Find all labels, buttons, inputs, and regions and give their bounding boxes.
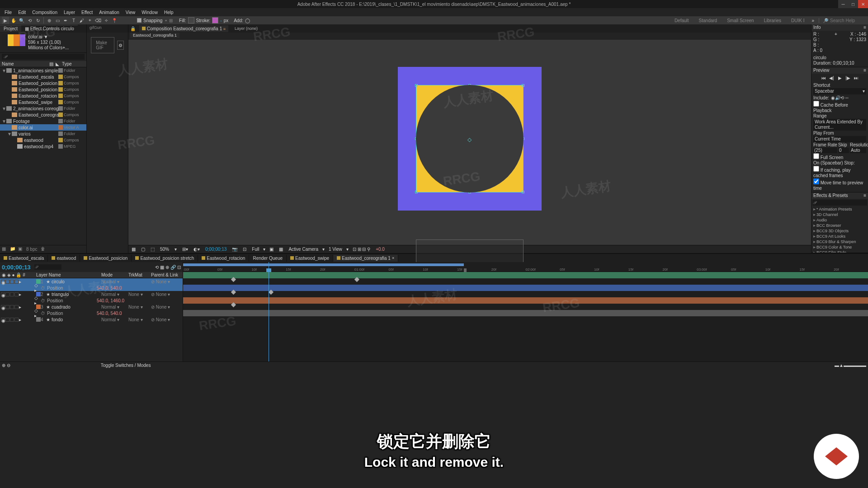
project-item[interactable]: ▼FootageFolder [0,118,86,124]
rect-tool-icon[interactable]: ▭ [54,17,61,24]
pen-tool-icon[interactable]: ✒ [62,17,69,24]
gifgun-settings-icon[interactable]: ⚙ [117,41,123,50]
effects-search-input[interactable] [812,200,867,206]
handle-tr[interactable] [522,84,524,87]
last-frame-icon[interactable]: ⏭ [853,75,860,81]
view-dropdown[interactable]: 1 View [327,247,344,252]
layer-property[interactable]: ◇ ▸⏱Position540.0, 540.0 [0,285,183,291]
zoom-tool-icon[interactable]: 🔍 [18,17,25,24]
effect-category[interactable]: ▸BCC Browser [811,223,868,228]
handle-br[interactable] [522,191,524,193]
handle-bl[interactable] [415,191,418,193]
timeline-layer[interactable]: ◉ ▸ 4★fondoNormal ▾None ▾⊘ None ▾ [0,316,183,323]
viewer-breadcrumb[interactable]: Eastwood_coreografia 1 [130,33,179,38]
skip-dropdown[interactable]: 0 [838,148,849,153]
text-tool-icon[interactable]: T [70,17,77,24]
prev-frame-icon[interactable]: ◀| [828,75,835,81]
timeline-tab[interactable]: Eastwood_posicion [80,255,132,262]
include-icons[interactable]: ◉🔊⟲ ▫▫ [831,95,849,101]
layer-bar-3[interactable] [183,297,868,304]
trash-icon[interactable]: 🗑 [41,246,47,253]
project-item[interactable]: color.aiVector A [0,124,86,131]
timeline-layer[interactable]: ◉ ▸ 3★cuadradoNormal ▾None ▾⊘ None ▾ [0,304,183,310]
menu-help[interactable]: Help [161,9,176,16]
minimize-button[interactable]: ─ [838,0,848,8]
new-comp-icon[interactable]: ▣ [18,246,24,253]
effect-category[interactable]: ▸BCC9 Color & Tone [811,244,868,250]
tl-icon-2[interactable]: ▦ [160,265,164,270]
tl-foot-icon[interactable]: ⊕ ⊖ [2,363,10,368]
pixel-icon[interactable]: ⊡ ⊞ ⊟ ⚲ [351,247,372,252]
timeline-search-input[interactable] [34,264,61,270]
workspace-small[interactable]: Small Screen [724,18,756,23]
effect-category[interactable]: ▸3D Channel [811,212,868,217]
channel-icon[interactable]: ◐▾ [192,247,201,252]
project-item[interactable]: ▼1_animaciones simplesFolder [0,67,86,74]
timeline-tab[interactable]: Render Queue [249,255,287,262]
project-item[interactable]: Eastwood_escalaCompos [0,74,86,80]
make-gif-button[interactable]: Make GIF [91,37,114,53]
interpret-icon[interactable]: ▦ [2,246,8,253]
effect-category[interactable]: ▸BCC9 Art Looks [811,234,868,239]
handle-tl[interactable] [415,84,418,87]
tl-icon-3[interactable]: ⊕ [165,265,169,270]
col-name[interactable]: Name [2,61,49,66]
current-time-indicator[interactable] [269,262,269,361]
timeline-tab[interactable]: Eastwood_rotacion [198,255,249,262]
time-ruler[interactable]: :00f05f10f15f20f01:00f05f10f15f20f02:00f… [183,262,868,272]
mag-icon[interactable]: ▦ [130,247,137,252]
zoom-slider[interactable]: ▬▲▬▬▬▬▬ [835,363,866,368]
playfrom-dropdown[interactable]: Current Time [813,136,866,142]
menu-effect[interactable]: Effect [79,9,95,16]
project-item[interactable]: ▼2_animaciones coreograficasFolder [0,105,86,112]
timeline-tab[interactable]: Eastwood_posicion stretch [132,255,198,262]
timeline-layer[interactable]: ◉ ▸ 1★circuloNormal ▾⊘ None ▾ [0,278,183,285]
res-dropdown[interactable]: Full [250,247,260,252]
col-label-icon[interactable]: ▤ [49,61,56,66]
snapping-checkbox[interactable] [137,18,142,23]
timeline-tracks[interactable]: :00f05f10f15f20f01:00f05f10f15f20f02:00f… [183,262,868,361]
project-item[interactable]: Eastwood_posicion stretchCompos [0,86,86,93]
tl-icon-1[interactable]: ⟲ [155,265,159,270]
puppet-tool-icon[interactable]: 📍 [111,17,118,24]
timeline-layer[interactable]: ◉ ▸ 2★trianguloNormal ▾None ▾⊘ None ▾ [0,291,183,297]
effect-category[interactable]: ▸BCC9 Blur & Sharpen [811,239,868,244]
fill-swatch[interactable] [188,17,194,23]
range-dropdown[interactable]: Work Area Extended By Current... [813,119,866,131]
tl-icon-4[interactable]: 🔗 [170,265,176,270]
layername-col[interactable]: Layer Name [36,272,101,277]
viewer-tab-layer[interactable]: Layer (none) [232,25,260,32]
workspace-more-icon[interactable]: » [811,18,814,23]
grid-icon[interactable]: ⊞▾ [181,247,189,252]
timeline-timecode[interactable]: 0;00;00;13 [2,264,31,271]
bpc-label[interactable]: 8 bpc [26,247,37,252]
effect-category[interactable]: ▸BCC9 3D Objects [811,228,868,234]
layer-bar-4[interactable] [183,310,868,316]
first-frame-icon[interactable]: ⏮ [820,75,827,81]
viewer-timecode[interactable]: 0;00;00;13 [204,247,228,252]
project-item[interactable]: eastwoodCompos [0,137,86,143]
layer-bar-2[interactable] [183,285,868,291]
eraser-tool-icon[interactable]: ⌫ [94,17,102,24]
ifcache-checkbox[interactable] [813,166,819,172]
mask-icon[interactable]: ⬚ [149,247,156,252]
toggle-switches[interactable]: Toggle Switches / Modes [101,363,151,368]
roto-tool-icon[interactable]: ✧ [103,17,110,24]
snap-opt-icon[interactable]: ⚬ ⊞ [164,18,173,23]
framerate-dropdown[interactable]: (25) [813,148,837,153]
new-folder-icon[interactable]: 📁 [10,246,16,253]
layer-property[interactable]: ◇ ▸⏱Position540.0, 1460.0 [0,297,183,304]
project-tab[interactable]: Project [0,25,21,32]
timeline-tab[interactable]: Eastwood_swipe [287,255,333,262]
roi-icon[interactable]: ▣ [268,247,275,252]
effect-category[interactable]: ▸Audio [811,217,868,223]
timeline-tab[interactable]: Eastwood_escala [0,255,48,262]
timeline-tab[interactable]: Eastwood_coreografia 1 × [333,255,398,262]
stroke-swatch[interactable] [212,17,218,23]
selection-tool-icon[interactable]: ▶ [2,17,9,24]
tl-icon-5[interactable]: ⊡ [177,265,181,270]
exposure[interactable]: +0.0 [374,247,386,252]
workspace-default[interactable]: Default [672,18,692,23]
menu-animation[interactable]: Animation [96,9,122,16]
zoom-dropdown[interactable]: 50% [159,247,170,252]
